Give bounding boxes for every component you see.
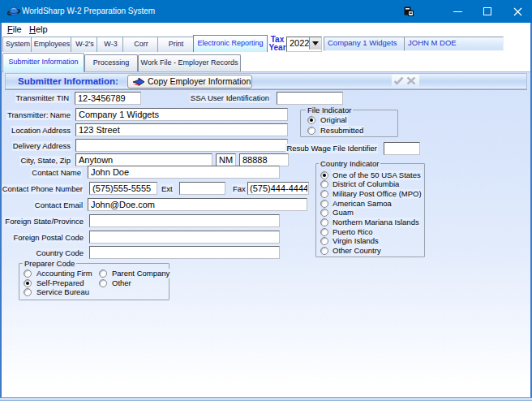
group-file-indicator-title: File Indicator: [306, 106, 353, 114]
company-display: Company 1 Widgets: [324, 37, 406, 51]
menu-file-accel: F: [7, 24, 13, 34]
label-location-address: Location Address: [11, 126, 71, 136]
label-foreign-postal: Foreign Postal Code: [12, 233, 84, 243]
maximize-icon: [483, 7, 491, 15]
radio-label-country-indicator-5[interactable]: Northern Mariana Islands: [332, 218, 420, 227]
label-ext: Ext: [161, 184, 174, 194]
label-contact-phone: Contact Phone Number: [2, 184, 84, 194]
menu-help[interactable]: Help: [27, 24, 50, 36]
copy-arrow-icon: [131, 77, 145, 87]
radio-label-preparer-col1-1[interactable]: Self-Prepared: [36, 278, 85, 288]
label-contact-email: Contact Email: [34, 200, 84, 210]
tab-processing[interactable]: Processing: [84, 54, 138, 71]
radio-country-indicator-5[interactable]: [320, 218, 328, 226]
label-contact-name: Contact Name: [31, 168, 82, 178]
radio-label-country-indicator-2[interactable]: Military Post Office (MPO): [332, 189, 423, 199]
menu-file-rest: ile: [13, 24, 22, 34]
toolbar-button-electronic-reporting[interactable]: Electronic Reporting: [193, 35, 268, 54]
input-transmitter-tin[interactable]: [75, 92, 141, 105]
radio-preparer-col1-1[interactable]: [24, 279, 32, 287]
input-foreign-state[interactable]: [89, 214, 280, 227]
notify-tray-icon: [404, 6, 414, 16]
radio-country-indicator-3[interactable]: [320, 200, 328, 208]
input-contact-phone[interactable]: [89, 182, 157, 195]
confirm-check-icon[interactable]: [393, 76, 404, 85]
title-bar: WorldSharp W-2 Preparation System: [0, 0, 532, 23]
input-resub-wage-file-identifier[interactable]: [384, 142, 420, 155]
close-icon: [513, 7, 522, 16]
app-window: WorldSharp W-2 Preparation System File H…: [0, 0, 532, 401]
toolbar-button-employees[interactable]: Employees: [31, 37, 73, 53]
input-ssa-user-identification[interactable]: [277, 92, 343, 105]
tax-year-select[interactable]: 2022: [286, 37, 322, 52]
group-country-indicator-title: Country Indicator: [319, 159, 380, 168]
radio-file-indicator-1[interactable]: [307, 127, 315, 135]
radio-file-indicator-0[interactable]: [307, 116, 315, 124]
menu-help-accel: H: [29, 24, 36, 34]
tab-work-file-employer-records[interactable]: Work File - Employer Records: [138, 54, 241, 71]
menu-file[interactable]: File: [5, 24, 24, 36]
radio-dot: [323, 174, 326, 177]
input-transmitter-name[interactable]: [75, 108, 288, 121]
input-contact-name[interactable]: [88, 166, 280, 179]
label-country-code: Country Code: [35, 248, 84, 258]
tab-submitter-information[interactable]: Submitter Information: [2, 53, 84, 72]
cancel-x-icon[interactable]: [406, 76, 416, 85]
toolbar-button-corr[interactable]: Corr: [122, 37, 160, 53]
toolbar-button-w2s[interactable]: W-2's: [71, 37, 99, 53]
radio-preparer-col1-0[interactable]: [24, 269, 32, 278]
copy-button-label: Copy Employer Information: [148, 76, 251, 86]
radio-label-preparer-col1-0[interactable]: Accounting Firm: [36, 269, 93, 278]
window-title: WorldSharp W-2 Preparation System: [22, 0, 155, 23]
menu-help-rest: elp: [36, 24, 48, 34]
radio-country-indicator-0[interactable]: [320, 171, 328, 179]
label-delivery-address: Delivery Address: [12, 141, 71, 151]
radio-label-country-indicator-3[interactable]: American Samoa: [332, 199, 393, 209]
input-state[interactable]: [216, 153, 236, 166]
radio-label-preparer-col2-0[interactable]: Parent Company: [111, 269, 170, 278]
tax-year-label: TaxYear: [266, 35, 289, 52]
radio-country-indicator-6[interactable]: [320, 228, 328, 236]
radio-label-country-indicator-0[interactable]: One of the 50 USA States: [332, 170, 422, 180]
radio-label-country-indicator-4[interactable]: Guam: [332, 208, 354, 218]
toolbar-button-system[interactable]: System: [2, 37, 33, 53]
input-ext[interactable]: [179, 182, 225, 195]
tax-year-dropdown-button[interactable]: [309, 37, 321, 50]
input-city[interactable]: [75, 153, 212, 166]
radio-label-country-indicator-7[interactable]: Virgin Islands: [332, 236, 380, 246]
radio-label-file-indicator-1[interactable]: Resubmitted: [320, 126, 364, 136]
label-foreign-state: Foreign State/Province: [4, 217, 84, 226]
toolbar-button-w3[interactable]: W-3: [97, 37, 125, 53]
input-delivery-address[interactable]: [75, 139, 288, 152]
maximize-button[interactable]: [476, 0, 513, 23]
input-foreign-postal[interactable]: [89, 231, 280, 244]
minimize-button[interactable]: [439, 0, 476, 23]
minimize-icon: [453, 11, 462, 12]
radio-label-country-indicator-1[interactable]: District of Columbia: [332, 179, 400, 189]
input-zip[interactable]: [239, 153, 289, 166]
toolbar: System Employees W-2's W-3 Corr Print El…: [2, 37, 530, 52]
radio-label-file-indicator-0[interactable]: Original: [320, 115, 348, 125]
toolbar-button-print[interactable]: Print: [157, 37, 195, 53]
radio-label-country-indicator-8[interactable]: Other Country: [332, 246, 382, 256]
app-icon: [7, 5, 20, 18]
input-location-address[interactable]: [75, 123, 288, 136]
tab-strip: Submitter Information Processing Work Fi…: [2, 52, 530, 71]
close-button[interactable]: [513, 0, 532, 23]
window-frame-bottom: [0, 398, 532, 401]
input-fax[interactable]: [247, 182, 309, 195]
input-contact-email[interactable]: [88, 198, 307, 211]
label-fax: Fax: [232, 184, 247, 194]
radio-preparer-col2-1[interactable]: [99, 279, 107, 287]
radio-label-country-indicator-6[interactable]: Puerto Rico: [332, 227, 374, 237]
dropdown-arrow-icon: [312, 41, 319, 45]
radio-country-indicator-2[interactable]: [320, 190, 328, 198]
radio-country-indicator-8[interactable]: [320, 247, 328, 255]
radio-preparer-col2-0[interactable]: [99, 269, 107, 278]
radio-label-preparer-col1-2[interactable]: Service Bureau: [36, 287, 90, 297]
radio-label-preparer-col2-1[interactable]: Other: [111, 278, 132, 288]
user-display: JOHN M DOE: [404, 37, 504, 51]
copy-employer-information-button[interactable]: Copy Employer Information: [127, 75, 252, 88]
radio-preparer-col1-2[interactable]: [24, 288, 32, 296]
input-country-code[interactable]: [89, 246, 280, 259]
